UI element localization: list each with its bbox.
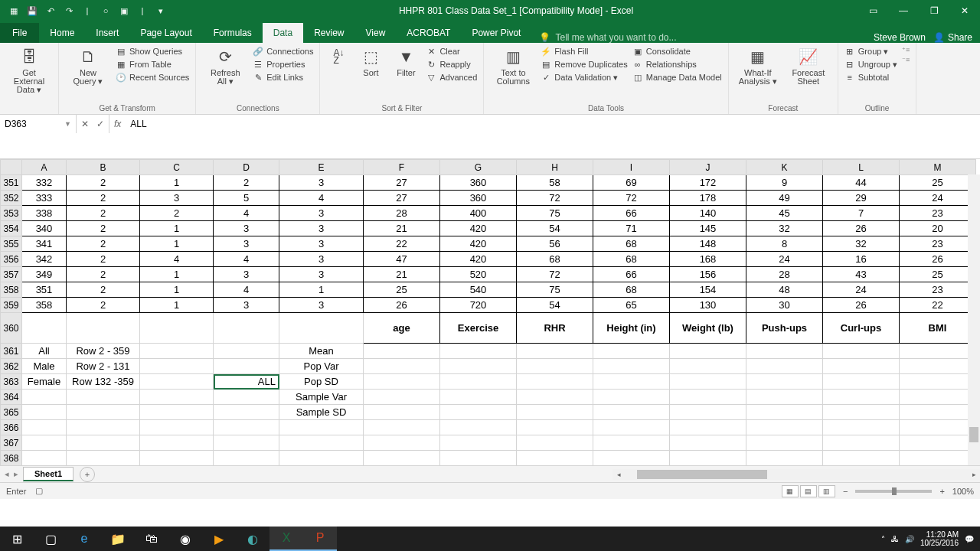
zoom-slider[interactable] (855, 490, 932, 493)
tab-file[interactable]: File (0, 23, 39, 43)
app-icon[interactable]: ◐ (236, 527, 270, 551)
cell[interactable]: 23 (900, 206, 976, 221)
row-header[interactable]: 361 (1, 344, 22, 359)
notifications-icon[interactable]: 💬 (965, 535, 974, 543)
cell[interactable]: 420 (440, 252, 517, 267)
cell[interactable]: 2 (67, 191, 140, 206)
cell[interactable]: 72 (593, 191, 670, 206)
cell[interactable]: 48 (746, 282, 823, 298)
cell[interactable] (22, 313, 67, 344)
cell[interactable]: 1 (140, 236, 214, 252)
cell[interactable]: 358 (22, 298, 67, 313)
cell[interactable] (214, 405, 279, 420)
cell[interactable]: 2 (67, 298, 140, 313)
cancel-formula-icon[interactable]: ✕ (81, 119, 89, 129)
cell[interactable] (593, 435, 670, 451)
scroll-right-icon[interactable]: ▸ (968, 469, 980, 480)
column-header[interactable]: A (22, 160, 67, 175)
cell[interactable]: 351 (22, 282, 67, 298)
cell[interactable]: 2 (67, 206, 140, 221)
user-name[interactable]: Steve Brown (874, 32, 926, 43)
select-all-corner[interactable] (1, 160, 22, 175)
cell[interactable] (746, 344, 823, 359)
cell[interactable]: 7 (823, 206, 900, 221)
reapply-button[interactable]: ↻Reapply (426, 59, 477, 70)
sort-button[interactable]: ⬚ Sort (355, 46, 386, 77)
cell[interactable] (140, 359, 214, 374)
cell[interactable]: 332 (22, 175, 67, 191)
cell[interactable] (214, 420, 279, 435)
horizontal-scrollbar[interactable]: ◂ ▸ (612, 469, 980, 480)
cell[interactable]: 5 (214, 191, 279, 206)
advanced-button[interactable]: ▽Advanced (426, 72, 477, 83)
cell[interactable] (900, 374, 976, 390)
cell[interactable]: Curl-ups (823, 313, 900, 344)
cell[interactable] (214, 344, 279, 359)
cell[interactable]: 338 (22, 206, 67, 221)
page-layout-view-button[interactable]: ▤ (800, 485, 817, 497)
cell[interactable]: 75 (517, 282, 593, 298)
cell[interactable] (670, 420, 746, 435)
cell[interactable] (214, 359, 279, 374)
cell[interactable] (900, 420, 976, 435)
cell[interactable] (670, 359, 746, 374)
column-header[interactable]: L (823, 160, 900, 175)
cell[interactable]: Push-ups (746, 313, 823, 344)
cell[interactable]: 27 (364, 175, 440, 191)
column-header[interactable]: C (140, 160, 214, 175)
row-header[interactable]: 353 (1, 206, 22, 221)
column-header[interactable]: J (670, 160, 746, 175)
cell[interactable]: 1 (279, 282, 364, 298)
row-header[interactable]: 367 (1, 435, 22, 451)
filter-button[interactable]: ▼ Filter (390, 46, 421, 77)
file-explorer-icon[interactable]: 📁 (101, 527, 135, 551)
row-header[interactable]: 363 (1, 374, 22, 390)
row-header[interactable]: 355 (1, 236, 22, 252)
cell[interactable] (823, 359, 900, 374)
page-break-view-button[interactable]: ▥ (818, 485, 835, 497)
zoom-out-button[interactable]: − (843, 487, 848, 496)
cell[interactable]: 1 (140, 282, 214, 298)
cell[interactable]: 3 (140, 191, 214, 206)
cell[interactable]: 4 (214, 282, 279, 298)
cell[interactable]: 58 (517, 175, 593, 191)
cell[interactable]: 26 (900, 252, 976, 267)
cell[interactable] (440, 390, 517, 405)
cell[interactable] (279, 435, 364, 451)
cell[interactable]: 66 (593, 206, 670, 221)
zoom-level[interactable]: 100% (952, 487, 974, 496)
cell[interactable]: 24 (746, 252, 823, 267)
cell[interactable] (67, 405, 140, 420)
cell[interactable]: Weight (lb) (670, 313, 746, 344)
cell[interactable] (440, 374, 517, 390)
cell[interactable]: 65 (593, 298, 670, 313)
get-external-data-button[interactable]: 🗄 Get External Data ▾ (6, 46, 52, 94)
cell[interactable] (593, 451, 670, 466)
cell[interactable] (67, 390, 140, 405)
cell[interactable]: 23 (900, 282, 976, 298)
volume-icon[interactable]: 🔊 (905, 535, 914, 543)
cell[interactable] (823, 435, 900, 451)
row-header[interactable]: 362 (1, 359, 22, 374)
cell[interactable]: 342 (22, 252, 67, 267)
cell[interactable]: 68 (593, 282, 670, 298)
excel-taskbar-icon[interactable]: X (270, 527, 303, 551)
row-header[interactable]: 365 (1, 405, 22, 420)
cell[interactable]: 3 (279, 221, 364, 236)
cell[interactable]: 3 (214, 267, 279, 282)
show-queries-button[interactable]: ▤Show Queries (116, 46, 189, 57)
cell[interactable] (22, 435, 67, 451)
cell[interactable] (140, 451, 214, 466)
cell[interactable]: 3 (279, 206, 364, 221)
cell[interactable]: 49 (746, 191, 823, 206)
cell[interactable] (214, 451, 279, 466)
cell[interactable]: Mean (279, 344, 364, 359)
cell[interactable]: 68 (593, 236, 670, 252)
cell[interactable] (440, 405, 517, 420)
cell[interactable] (140, 390, 214, 405)
cell[interactable]: 26 (364, 298, 440, 313)
cell[interactable]: 349 (22, 267, 67, 282)
cell[interactable]: 2 (140, 206, 214, 221)
cell[interactable]: 420 (440, 221, 517, 236)
cell[interactable]: 3 (279, 175, 364, 191)
